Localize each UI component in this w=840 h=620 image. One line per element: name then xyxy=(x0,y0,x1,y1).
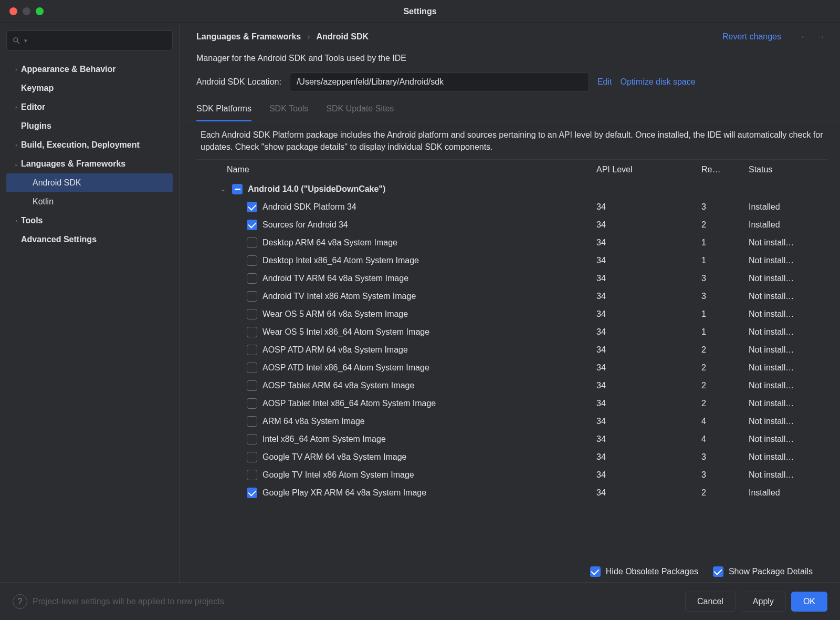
table-row[interactable]: Wear OS 5 Intel x86_64 Atom System Image… xyxy=(196,323,827,341)
breadcrumb-separator-icon: › xyxy=(307,32,310,42)
search-input[interactable] xyxy=(30,35,167,46)
chevron-right-icon[interactable]: › xyxy=(12,217,21,224)
checkbox-icon[interactable] xyxy=(247,345,257,355)
sdk-location-input[interactable] xyxy=(290,73,589,91)
table-row[interactable]: AOSP Tablet ARM 64 v8a System Image342No… xyxy=(196,377,827,395)
show-details-label: Show Package Details xyxy=(729,567,813,576)
row-name: AOSP ATD ARM 64 v8a System Image xyxy=(262,345,408,355)
table-row[interactable]: Android SDK Platform 34343Installed xyxy=(196,198,827,216)
sidebar-item[interactable]: ›Tools xyxy=(6,211,173,230)
tab[interactable]: SDK Platforms xyxy=(196,104,251,121)
row-name: Android SDK Platform 34 xyxy=(262,202,356,212)
table-header: Name API Level Re… Status xyxy=(196,159,827,180)
chevron-right-icon[interactable]: › xyxy=(12,104,21,111)
edit-location-link[interactable]: Edit xyxy=(597,77,612,87)
table-row[interactable]: AOSP Tablet Intel x86_64 Atom System Ima… xyxy=(196,395,827,412)
table-row[interactable]: Google TV ARM 64 v8a System Image343Not … xyxy=(196,448,827,466)
sdk-location-label: Android SDK Location: xyxy=(196,77,281,87)
checkbox-icon[interactable] xyxy=(247,237,257,248)
row-name: Sources for Android 34 xyxy=(262,220,348,230)
cancel-button[interactable]: Cancel xyxy=(685,592,736,612)
table-row[interactable]: Sources for Android 34342Installed xyxy=(196,216,827,234)
sidebar-item[interactable]: Android SDK xyxy=(6,173,173,192)
checkbox-icon[interactable] xyxy=(247,488,257,498)
nav-forward-icon[interactable]: → xyxy=(815,30,827,43)
row-status: Not install… xyxy=(743,417,827,426)
checkbox-icon[interactable] xyxy=(247,202,257,212)
checkbox-icon[interactable] xyxy=(247,416,257,427)
checkbox-icon[interactable] xyxy=(247,255,257,266)
sidebar-item[interactable]: ›Advanced Settings xyxy=(6,230,173,249)
checkbox-icon[interactable] xyxy=(247,470,257,480)
table-row[interactable]: ARM 64 v8a System Image344Not install… xyxy=(196,412,827,430)
row-api: 34 xyxy=(591,202,696,212)
sidebar-item[interactable]: ›Keymap xyxy=(6,79,173,98)
tab[interactable]: SDK Update Sites xyxy=(326,104,394,121)
row-name: AOSP Tablet Intel x86_64 Atom System Ima… xyxy=(262,399,436,408)
row-api: 34 xyxy=(591,309,696,319)
table-row[interactable]: Wear OS 5 ARM 64 v8a System Image341Not … xyxy=(196,305,827,323)
checkbox-icon[interactable] xyxy=(247,291,257,302)
checkbox-icon[interactable] xyxy=(247,380,257,391)
checkbox-icon[interactable] xyxy=(247,309,257,319)
sidebar-item[interactable]: ⌄Languages & Frameworks xyxy=(6,154,173,173)
table-row[interactable]: Intel x86_64 Atom System Image344Not ins… xyxy=(196,430,827,448)
chevron-right-icon[interactable]: › xyxy=(12,66,21,73)
table-row[interactable]: Desktop ARM 64 v8a System Image341Not in… xyxy=(196,234,827,252)
apply-button[interactable]: Apply xyxy=(741,592,786,612)
row-status: Not install… xyxy=(743,309,827,319)
checkbox-icon[interactable] xyxy=(247,398,257,409)
row-api: 34 xyxy=(591,220,696,230)
chevron-down-icon[interactable]: ⌄ xyxy=(219,185,227,193)
table-row[interactable]: AOSP ATD Intel x86_64 Atom System Image3… xyxy=(196,359,827,377)
breadcrumb-parent[interactable]: Languages & Frameworks xyxy=(196,32,301,42)
checkbox-icon[interactable] xyxy=(247,452,257,462)
sidebar-item[interactable]: ›Editor xyxy=(6,98,173,117)
settings-search[interactable]: ▾ xyxy=(6,30,173,50)
search-dropdown-icon[interactable]: ▾ xyxy=(24,37,27,44)
row-name: AOSP ATD Intel x86_64 Atom System Image xyxy=(262,363,429,373)
page-subtitle: Manager for the Android SDK and Tools us… xyxy=(180,43,840,63)
table-row[interactable]: Google TV Intel x86 Atom System Image343… xyxy=(196,466,827,484)
sidebar-item[interactable]: ›Build, Execution, Deployment xyxy=(6,136,173,154)
th-rev[interactable]: Re… xyxy=(696,165,743,174)
sidebar-item[interactable]: Kotlin xyxy=(6,192,173,211)
checkbox-icon[interactable] xyxy=(247,434,257,445)
checkbox-icon[interactable] xyxy=(232,184,243,194)
hide-obsolete-checkbox[interactable]: Hide Obsolete Packages xyxy=(590,566,698,577)
table-group-row[interactable]: ⌄Android 14.0 ("UpsideDownCake") xyxy=(196,180,827,198)
table-row[interactable]: AOSP ATD ARM 64 v8a System Image342Not i… xyxy=(196,341,827,359)
table-body[interactable]: ⌄Android 14.0 ("UpsideDownCake")Android … xyxy=(196,180,827,559)
th-name[interactable]: Name xyxy=(196,165,591,174)
ok-button[interactable]: OK xyxy=(791,592,827,612)
help-icon[interactable]: ? xyxy=(13,594,27,609)
nav-back-icon[interactable]: ← xyxy=(798,30,811,43)
row-name: Desktop Intel x86_64 Atom System Image xyxy=(262,256,419,265)
th-api[interactable]: API Level xyxy=(591,165,696,174)
show-details-checkbox[interactable]: Show Package Details xyxy=(713,566,813,577)
table-row[interactable]: Google Play XR ARM 64 v8a System Image34… xyxy=(196,484,827,502)
sidebar-item[interactable]: ›Appearance & Behavior xyxy=(6,60,173,79)
optimize-disk-link[interactable]: Optimize disk space xyxy=(620,77,695,87)
table-row[interactable]: Desktop Intel x86_64 Atom System Image34… xyxy=(196,252,827,270)
revert-changes-link[interactable]: Revert changes xyxy=(722,32,781,42)
window-minimize-button[interactable] xyxy=(23,7,30,15)
checkbox-icon[interactable] xyxy=(247,363,257,373)
sidebar-item[interactable]: ›Plugins xyxy=(6,117,173,136)
th-status[interactable]: Status xyxy=(743,165,827,174)
row-rev: 4 xyxy=(696,435,743,444)
chevron-right-icon[interactable]: › xyxy=(12,141,21,149)
checkbox-icon[interactable] xyxy=(247,273,257,284)
chevron-down-icon[interactable]: ⌄ xyxy=(12,160,21,168)
row-rev: 3 xyxy=(696,470,743,480)
table-row[interactable]: Android TV ARM 64 v8a System Image343Not… xyxy=(196,270,827,287)
row-name: Wear OS 5 Intel x86_64 Atom System Image xyxy=(262,327,429,337)
window-close-button[interactable] xyxy=(9,7,17,15)
row-status: Not install… xyxy=(743,381,827,390)
row-api: 34 xyxy=(591,256,696,265)
tab[interactable]: SDK Tools xyxy=(269,104,308,121)
checkbox-icon[interactable] xyxy=(247,220,257,230)
checkbox-icon[interactable] xyxy=(247,327,257,337)
window-zoom-button[interactable] xyxy=(36,7,44,15)
table-row[interactable]: Android TV Intel x86 Atom System Image34… xyxy=(196,287,827,305)
